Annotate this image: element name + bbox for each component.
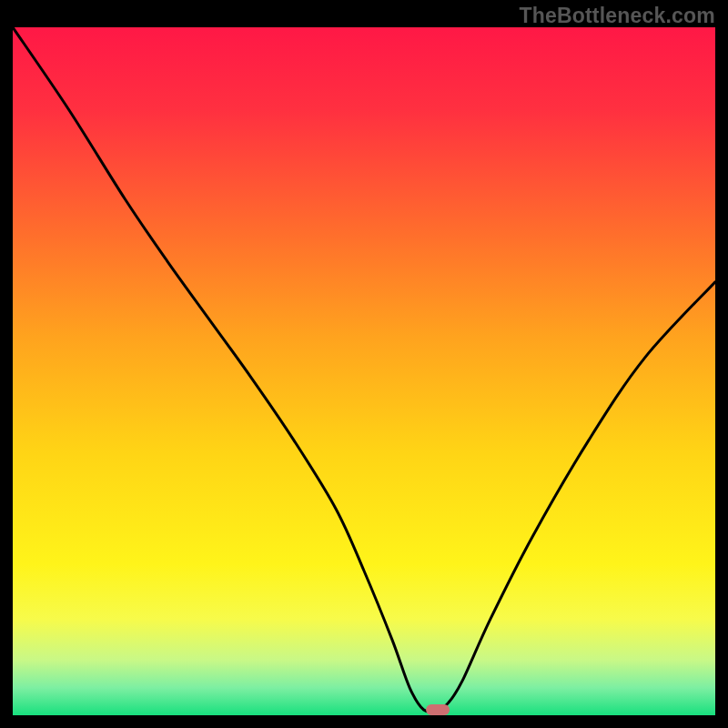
gradient-background: [13, 27, 715, 715]
chart-svg: [13, 27, 715, 715]
chart-plot-area: [13, 27, 715, 715]
watermark-label: TheBottleneck.com: [519, 4, 715, 28]
chart-frame: TheBottleneck.com: [0, 0, 728, 728]
optimal-marker-icon: [426, 704, 450, 715]
